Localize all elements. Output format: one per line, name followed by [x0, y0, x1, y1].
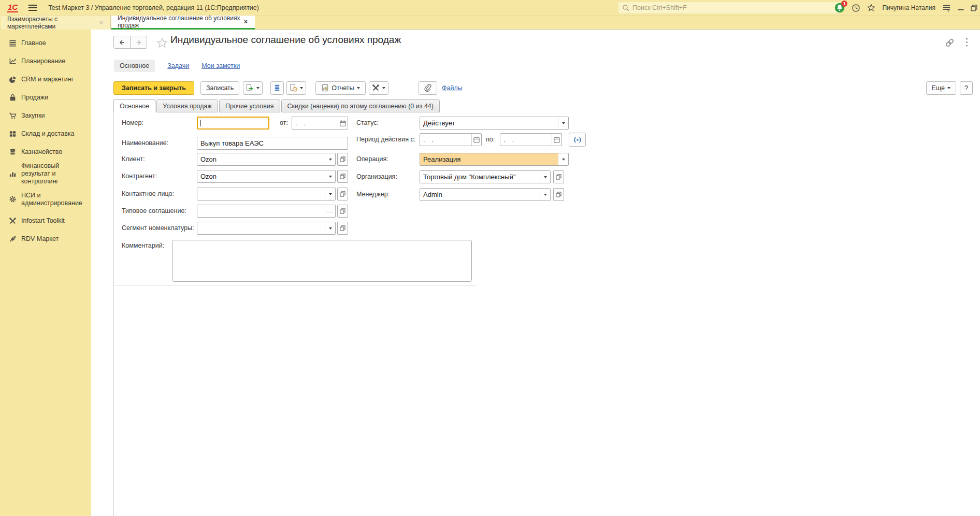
minimize-button[interactable] — [958, 5, 964, 11]
favorite-star-button[interactable] — [156, 37, 168, 50]
arrow-right-icon — [135, 39, 142, 46]
window-tab-settlements[interactable]: Взаиморасчеты с маркетплейсами × — [1, 16, 111, 30]
search-icon — [622, 4, 629, 11]
more-actions-button[interactable] — [965, 37, 968, 49]
standard-agreement-picker-button[interactable]: ... — [325, 205, 335, 217]
period-from-label: Период действия с: — [356, 136, 415, 143]
segment-open-button[interactable] — [337, 222, 348, 235]
sidebar-item-planning[interactable]: Планирование — [0, 52, 91, 70]
calendar-icon[interactable] — [552, 134, 561, 146]
counterparty-dropdown-button[interactable] — [325, 170, 335, 182]
manager-open-button[interactable] — [553, 188, 564, 201]
window-tab-agreement[interactable]: Индивидуальное соглашение об условиях пр… — [111, 16, 255, 30]
nav-link-main[interactable]: Основное — [114, 60, 155, 72]
sidebar-item-treasury[interactable]: Казначейство — [0, 143, 91, 161]
comment-textarea[interactable] — [172, 240, 472, 282]
number-label: Номер: — [122, 119, 143, 126]
sidebar-item-home[interactable]: Главное — [0, 34, 91, 52]
more-button[interactable]: Еще — [926, 81, 956, 95]
segment-combo[interactable] — [197, 222, 336, 235]
main-menu-button[interactable] — [28, 4, 37, 11]
history-button[interactable] — [852, 4, 860, 12]
close-icon[interactable]: × — [98, 19, 104, 26]
wrench-icon — [372, 84, 380, 92]
help-button[interactable]: ? — [960, 81, 973, 95]
sidebar-item-financial-result[interactable]: Финансовый результат и контроллинг — [0, 161, 91, 187]
manager-combo[interactable]: Admin — [420, 188, 551, 201]
select-period-button[interactable] — [569, 133, 586, 147]
calendar-icon[interactable] — [471, 134, 481, 146]
restore-icon — [971, 5, 977, 11]
global-search[interactable] — [618, 2, 841, 14]
name-input[interactable]: Выкуп товара ЕАЭС — [197, 137, 348, 150]
contact-dropdown-button[interactable] — [325, 188, 335, 200]
contact-open-button[interactable] — [337, 188, 348, 200]
segment-dropdown-button[interactable] — [325, 222, 335, 234]
organization-combo[interactable]: Торговый дом "Комплексный" — [420, 170, 551, 183]
client-combo[interactable]: Ozon — [197, 153, 336, 166]
status-combo[interactable]: Действует — [420, 117, 569, 130]
cart-icon — [8, 112, 17, 120]
get-link-button[interactable] — [945, 38, 955, 49]
number-input[interactable] — [197, 117, 269, 130]
save-button[interactable]: Записать — [200, 81, 239, 95]
change-history-button[interactable] — [286, 81, 306, 95]
form-tab-main[interactable]: Основное — [113, 99, 155, 112]
list-button[interactable] — [270, 81, 284, 95]
sidebar-item-warehouse-delivery[interactable]: Склад и доставка — [0, 125, 91, 143]
client-dropdown-button[interactable] — [325, 153, 335, 165]
calendar-icon[interactable] — [338, 117, 348, 129]
number-date-input[interactable]: . . — [292, 117, 348, 130]
sidebar-item-sales[interactable]: Продажи — [0, 89, 91, 107]
restore-window-button[interactable] — [971, 5, 977, 11]
sidebar-item-purchases[interactable]: Закупки — [0, 107, 91, 125]
bar-chart-icon — [8, 170, 17, 178]
forward-button[interactable] — [130, 36, 147, 49]
form-tab-discounts[interactable]: Скидки (наценки) по этому соглашению (0 … — [281, 99, 440, 112]
close-icon[interactable]: × — [243, 18, 249, 25]
manager-dropdown-button[interactable] — [540, 189, 550, 200]
service-tools-button[interactable] — [369, 81, 388, 95]
attach-file-button[interactable] — [419, 81, 437, 95]
counterparty-combo[interactable]: Ozon — [197, 170, 336, 183]
status-value: Действует — [420, 119, 558, 127]
back-button[interactable] — [113, 36, 131, 49]
sidebar-item-nsi-administration[interactable]: НСИ и администрирование — [0, 187, 91, 212]
nav-link-tasks[interactable]: Задачи — [167, 62, 189, 69]
standard-agreement-open-button[interactable] — [337, 205, 348, 218]
status-label: Статус: — [356, 119, 379, 126]
operation-combo[interactable]: Реализация — [420, 153, 569, 166]
sidebar-item-rdv-market[interactable]: RDV Маркет — [0, 230, 91, 248]
sidebar-item-label: Казначейство — [21, 148, 87, 156]
form-tab-sales-terms[interactable]: Условия продаж — [156, 99, 218, 112]
period-from-input[interactable]: . . — [420, 133, 482, 146]
status-dropdown-button[interactable] — [558, 117, 568, 129]
save-and-close-button[interactable]: Записать и закрыть — [113, 81, 194, 95]
nav-link-notes[interactable]: Мои заметки — [201, 62, 240, 69]
open-icon — [340, 191, 345, 197]
client-value: Ozon — [197, 155, 325, 163]
reports-button[interactable]: Отчеты — [315, 81, 365, 95]
standard-agreement-input[interactable]: ... — [197, 205, 336, 218]
organization-open-button[interactable] — [553, 170, 564, 183]
sidebar-item-infostart-toolkit[interactable]: Infostart Toolkit — [0, 212, 91, 230]
form-tabs: Основное Условия продаж Прочие условия С… — [113, 99, 441, 112]
client-open-button[interactable] — [337, 153, 348, 166]
files-link[interactable]: Файлы — [442, 84, 463, 92]
sidebar-item-crm-marketing[interactable]: CRM и маркетинг — [0, 70, 91, 89]
reports-label: Отчеты — [332, 84, 354, 92]
operation-dropdown-button[interactable] — [558, 153, 568, 165]
form-tab-other-terms[interactable]: Прочие условия — [219, 99, 280, 112]
favorites-button[interactable] — [867, 4, 875, 12]
number-date-label: от: — [280, 119, 288, 126]
search-input[interactable] — [632, 4, 837, 11]
window-tabbar: Взаиморасчеты с маркетплейсами × Индивид… — [0, 16, 980, 30]
period-to-input[interactable]: . . — [500, 133, 562, 146]
create-based-on-button[interactable] — [243, 81, 263, 95]
sidebar-item-label: Склад и доставка — [21, 130, 87, 138]
user-menu-button[interactable] — [942, 4, 951, 12]
contact-combo[interactable] — [197, 188, 336, 200]
notifications-button[interactable]: 1 — [834, 3, 845, 13]
organization-dropdown-button[interactable] — [540, 171, 550, 183]
counterparty-open-button[interactable] — [337, 170, 348, 183]
